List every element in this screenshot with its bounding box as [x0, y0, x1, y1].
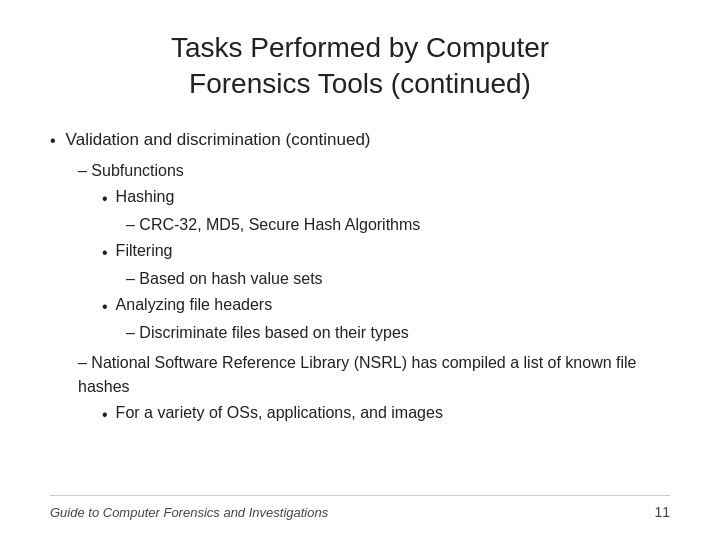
- crc-text: – CRC-32, MD5, Secure Hash Algorithms: [126, 213, 420, 237]
- bullet-filtering-icon: •: [102, 241, 108, 265]
- hashing-text: Hashing: [116, 185, 175, 209]
- footer-title: Guide to Computer Forensics and Investig…: [50, 505, 328, 520]
- slide-title: Tasks Performed by Computer Forensics To…: [50, 30, 670, 103]
- nsrl-text: – National Software Reference Library (N…: [78, 351, 670, 399]
- bullet-hashing-icon: •: [102, 187, 108, 211]
- list-item-discriminate: – Discriminate files based on their type…: [126, 321, 670, 345]
- list-item-nsrl: – National Software Reference Library (N…: [78, 351, 670, 399]
- footer-page: 11: [654, 504, 670, 520]
- list-item-crc: – CRC-32, MD5, Secure Hash Algorithms: [126, 213, 670, 237]
- list-item-hashing: • Hashing: [102, 185, 670, 211]
- filtering-text: Filtering: [116, 239, 173, 263]
- slide: Tasks Performed by Computer Forensics To…: [0, 0, 720, 540]
- bullet-variety-icon: •: [102, 403, 108, 427]
- hash-values-text: – Based on hash value sets: [126, 267, 323, 291]
- title-line2: Forensics Tools (continued): [189, 68, 531, 99]
- list-item-hash-values: – Based on hash value sets: [126, 267, 670, 291]
- list-item-l1: • Validation and discrimination (continu…: [50, 127, 670, 153]
- variety-text: For a variety of OSs, applications, and …: [116, 401, 443, 425]
- l1-text: Validation and discrimination (continued…: [66, 127, 371, 153]
- list-item-analyzing: • Analyzing file headers: [102, 293, 670, 319]
- slide-content: • Validation and discrimination (continu…: [50, 127, 670, 485]
- discriminate-text: – Discriminate files based on their type…: [126, 321, 409, 345]
- list-item-filtering: • Filtering: [102, 239, 670, 265]
- title-line1: Tasks Performed by Computer: [171, 32, 549, 63]
- list-item-variety: • For a variety of OSs, applications, an…: [102, 401, 670, 427]
- list-item-subfunctions: – Subfunctions: [78, 159, 670, 183]
- slide-footer: Guide to Computer Forensics and Investig…: [50, 495, 670, 520]
- bullet-analyzing-icon: •: [102, 295, 108, 319]
- subfunctions-text: – Subfunctions: [78, 159, 184, 183]
- bullet-icon: •: [50, 129, 56, 153]
- analyzing-text: Analyzing file headers: [116, 293, 273, 317]
